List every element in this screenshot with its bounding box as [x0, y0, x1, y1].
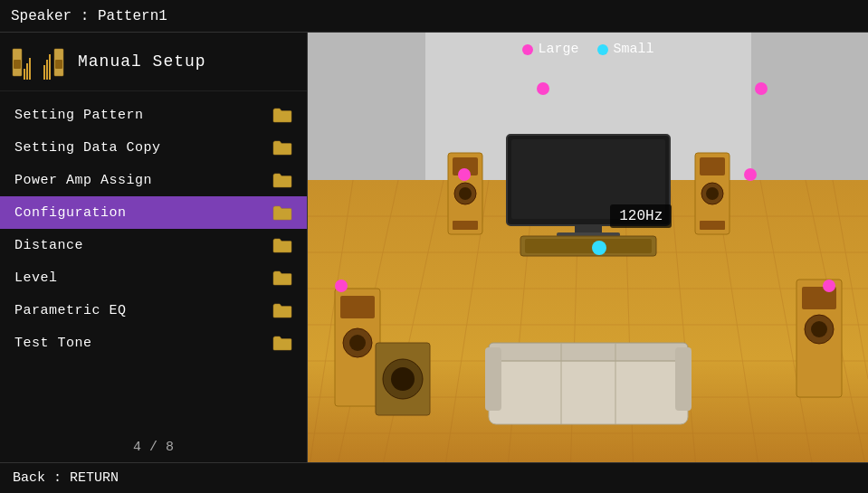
legend: Large Small	[521, 42, 653, 57]
svg-point-46	[459, 187, 472, 200]
svg-rect-67	[675, 347, 692, 411]
svg-rect-64	[489, 352, 688, 424]
menu-item-label: Level	[14, 270, 58, 286]
speaker-dot-top-right-ceiling	[755, 82, 768, 95]
right-panel: Large Small 120Hz	[308, 33, 868, 462]
svg-rect-52	[700, 221, 725, 230]
legend-large-label: Large	[538, 42, 578, 57]
main-area: Manual Setup Setting Pattern Setting Dat…	[0, 33, 868, 462]
menu-item-setting-pattern[interactable]: Setting Pattern	[0, 99, 307, 131]
large-dot	[521, 44, 532, 55]
svg-point-51	[706, 187, 719, 200]
svg-rect-54	[340, 296, 375, 318]
svg-rect-7	[49, 54, 51, 80]
legend-large: Large	[521, 42, 578, 57]
menu-item-power-amp-assign[interactable]: Power Amp Assign	[0, 164, 307, 196]
folder-icon	[272, 335, 292, 351]
svg-point-63	[391, 367, 415, 391]
svg-rect-2	[24, 69, 25, 80]
svg-rect-66	[485, 347, 501, 411]
menu-list: Setting Pattern Setting Data Copy Power …	[0, 91, 307, 432]
speaker-dot-right-front	[744, 168, 757, 181]
header-title: Speaker : Pattern1	[11, 8, 167, 24]
menu-item-test-tone[interactable]: Test Tone	[0, 327, 307, 359]
folder-icon	[272, 107, 292, 123]
menu-item-label: Distance	[14, 238, 83, 253]
folder-icon	[272, 204, 292, 221]
menu-item-label: Setting Data Copy	[14, 140, 161, 156]
svg-point-56	[349, 335, 366, 351]
menu-item-level[interactable]: Level	[0, 261, 307, 294]
menu-item-label: Setting Pattern	[14, 108, 144, 123]
left-panel: Manual Setup Setting Pattern Setting Dat…	[0, 33, 308, 462]
folder-icon	[272, 237, 292, 253]
legend-small: Small	[597, 42, 654, 57]
speaker-dot-top-left-ceiling	[537, 82, 549, 95]
menu-item-configuration[interactable]: Configuration	[0, 196, 307, 229]
menu-item-label: Power Amp Assign	[14, 173, 152, 188]
menu-item-setting-data-copy[interactable]: Setting Data Copy	[0, 131, 307, 164]
svg-rect-6	[46, 60, 48, 80]
svg-rect-39	[575, 225, 602, 232]
small-dot	[597, 44, 608, 55]
menu-item-distance[interactable]: Distance	[0, 229, 307, 261]
header: Speaker : Pattern1	[0, 0, 868, 33]
svg-rect-1	[14, 60, 21, 69]
menu-item-label: Parametric EQ	[14, 303, 127, 318]
menu-item-label: Configuration	[14, 205, 127, 221]
pagination: 4 / 8	[0, 432, 307, 462]
svg-rect-3	[26, 63, 28, 80]
svg-rect-5	[43, 65, 45, 80]
manual-setup-header: Manual Setup	[0, 33, 307, 91]
svg-rect-47	[453, 221, 478, 230]
menu-item-parametric-eq[interactable]: Parametric EQ	[0, 294, 307, 327]
folder-icon	[272, 270, 292, 286]
footer: Back : RETURN	[0, 462, 868, 493]
speaker-dot-right-surround	[823, 280, 835, 292]
legend-small-label: Small	[614, 42, 654, 57]
footer-label: Back : RETURN	[13, 470, 119, 486]
svg-rect-42	[525, 239, 652, 253]
manual-setup-label: Manual Setup	[78, 52, 206, 71]
svg-rect-49	[700, 157, 725, 175]
speaker-icon	[11, 42, 65, 81]
speaker-dot-left-front	[458, 168, 471, 181]
freq-label: 120Hz	[610, 204, 672, 228]
svg-point-60	[811, 321, 827, 337]
svg-rect-9	[55, 60, 62, 69]
folder-icon	[272, 139, 292, 156]
freq-dot	[592, 241, 606, 255]
room-scene: Large Small 120Hz	[308, 33, 868, 462]
menu-item-label: Test Tone	[14, 336, 92, 351]
folder-icon	[272, 302, 292, 318]
svg-rect-4	[29, 58, 31, 80]
svg-rect-65	[489, 343, 688, 361]
folder-icon	[272, 172, 292, 188]
speaker-dot-left-surround	[335, 280, 348, 292]
